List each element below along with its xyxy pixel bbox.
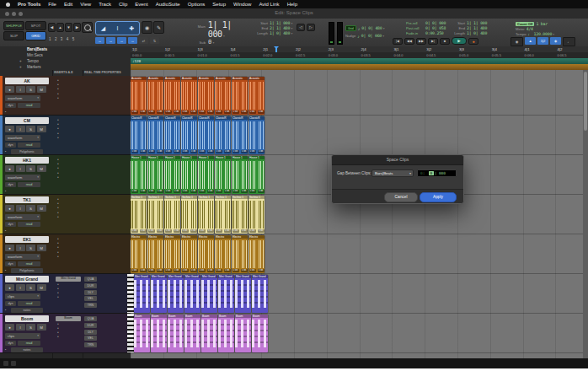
- track-options-icon[interactable]: ▪: [5, 229, 6, 233]
- clip-gain-badge[interactable]: 0 dB: [216, 150, 222, 153]
- audio-clip[interactable]: ClassicR0 dB0 dB: [131, 116, 147, 155]
- audio-clip[interactable]: Mini Grand: [151, 275, 167, 314]
- automation-mode-selector[interactable]: read: [18, 341, 40, 347]
- return-to-zero-button[interactable]: |◀: [393, 38, 403, 45]
- dyn-button[interactable]: dyn: [5, 182, 16, 188]
- audio-clip[interactable]: House 10 dB0 dB: [215, 156, 231, 195]
- audio-clip[interactable]: House 10 dB0 dB: [147, 156, 163, 195]
- count-off-chip[interactable]: Count Off: [516, 22, 534, 26]
- audio-clip[interactable]: Acoustic0 dB0 dB: [164, 77, 180, 116]
- go-to-end-button[interactable]: ▶|: [428, 38, 438, 45]
- input-monitor-button[interactable]: I: [16, 324, 25, 331]
- track-color-strip[interactable]: [0, 116, 3, 154]
- audio-clip[interactable]: Mini Grand: [201, 275, 217, 314]
- clip-gain-badge[interactable]: 0 dB: [241, 269, 248, 272]
- clip-gain-badge[interactable]: 0 dB: [224, 229, 231, 233]
- audio-clip[interactable]: Mini Grand: [168, 275, 184, 314]
- clip-gain-badge[interactable]: 0 dB: [207, 150, 214, 153]
- clip-gain-badge[interactable]: 0 dB: [140, 269, 147, 272]
- insert-slot[interactable]: •: [56, 175, 81, 180]
- audio-clip[interactable]: ClassicR0 dB0 dB: [249, 116, 265, 155]
- apple-menu-icon[interactable]: [6, 3, 10, 7]
- clip-gain-badge[interactable]: 0 dB: [140, 229, 147, 233]
- clip-gain-badge[interactable]: 0 dB: [233, 110, 239, 114]
- clip-gain-badge[interactable]: 0 dB: [174, 110, 180, 114]
- clip-gain-badge[interactable]: 0 dB: [249, 110, 256, 114]
- clip-gain-badge[interactable]: 0 dB: [190, 110, 197, 114]
- clip-gain-badge[interactable]: 0 dB: [207, 110, 214, 114]
- menu-item-setup[interactable]: Setup: [212, 2, 226, 7]
- audio-clip[interactable]: ClassicR0 dB0 dB: [147, 116, 163, 155]
- solo-button[interactable]: S: [26, 86, 35, 93]
- audio-clip[interactable]: Techno 10 dB0 dB: [232, 196, 248, 234]
- menu-item-pro-tools[interactable]: Pro Tools: [18, 2, 40, 7]
- input-monitor-button[interactable]: I: [16, 284, 25, 291]
- fast-forward-button[interactable]: ▶▶: [416, 38, 426, 45]
- clip-gain-badge[interactable]: 0 dB: [241, 229, 248, 233]
- audio-clip[interactable]: Techno 10 dB0 dB: [164, 196, 180, 234]
- zoom-in-vertical-icon[interactable]: ▲: [56, 23, 64, 32]
- audio-clip[interactable]: Electro0 dB0 dB: [215, 235, 231, 274]
- menu-item-track[interactable]: Track: [99, 2, 111, 7]
- clip-gain-badge[interactable]: 0 dB: [182, 229, 189, 233]
- rtp-vel-button[interactable]: VEL: [84, 296, 97, 301]
- start-value[interactable]: 1| 1| 000: [270, 21, 292, 25]
- clip-gain-badge[interactable]: 0 dB: [174, 190, 180, 193]
- scrubber-tool[interactable]: ◉: [142, 21, 152, 34]
- solo-button[interactable]: S: [26, 126, 35, 132]
- clip-gain-badge[interactable]: 0 dB: [258, 229, 265, 233]
- playhead-marker[interactable]: [275, 46, 277, 52]
- clip-gain-badge[interactable]: 0 dB: [165, 150, 172, 153]
- mute-button[interactable]: M: [37, 86, 46, 93]
- clip-gain-badge[interactable]: 0 dB: [258, 150, 265, 153]
- automation-mode-selector[interactable]: read: [18, 301, 40, 307]
- rtp-vel-button[interactable]: VEL: [84, 336, 97, 341]
- markers-ruler[interactable]: [131, 64, 588, 70]
- rtp-dly-button[interactable]: DLY: [84, 290, 97, 295]
- input-monitor-button[interactable]: I: [16, 86, 25, 93]
- clip-gain-badge[interactable]: 0 dB: [148, 190, 155, 193]
- zoom-in-horizontal-icon[interactable]: ▶: [73, 23, 81, 32]
- edit-mode-grid[interactable]: GRID: [25, 31, 46, 40]
- audio-clip[interactable]: Mini Grand: [184, 275, 200, 314]
- gap-units-dropdown[interactable]: Bars|Beats: [372, 169, 414, 177]
- audio-clip[interactable]: Acoustic0 dB0 dB: [198, 77, 214, 116]
- track-view-selector[interactable]: waveform: [5, 135, 40, 141]
- zoom-preset-number-3[interactable]: 3: [61, 37, 63, 41]
- track-options-icon[interactable]: ▪: [5, 268, 6, 272]
- clip-gain-badge[interactable]: 0 dB: [190, 190, 197, 193]
- audio-clip[interactable]: Mini Grand: [218, 275, 234, 314]
- audio-clip[interactable]: Electro0 dB0 dB: [249, 235, 265, 274]
- track-options-icon[interactable]: ▪: [5, 308, 6, 312]
- clip-gain-badge[interactable]: 0 dB: [182, 269, 189, 272]
- audio-clip[interactable]: Mini Grand: [252, 275, 268, 314]
- clip-gain-badge[interactable]: 0 dB: [182, 190, 189, 193]
- track-view-selector[interactable]: waveform: [5, 254, 40, 260]
- track-color-strip[interactable]: [0, 195, 3, 234]
- play-button[interactable]: ▶: [452, 37, 467, 45]
- audio-clip[interactable]: House 10 dB0 dB: [164, 156, 180, 195]
- clip-gain-badge[interactable]: 0 dB: [190, 269, 197, 272]
- rtp-dur-button[interactable]: DUR: [84, 323, 97, 328]
- postroll-value[interactable]: 0| 0| 058: [425, 26, 446, 30]
- clip-gain-badge[interactable]: 0 dB: [148, 229, 155, 233]
- zoom-preset-number-1[interactable]: 1: [49, 37, 51, 41]
- track-color-strip[interactable]: [0, 76, 3, 115]
- automation-mode-selector[interactable]: read: [18, 261, 40, 267]
- elastic-audio-plugin-selector[interactable]: Polyphonic: [11, 149, 43, 154]
- edit-canvas[interactable]: Acoustic0 dB0 dBAcoustic0 dB0 dBAcoustic…: [131, 70, 588, 358]
- menu-item-avid-link[interactable]: Avid Link: [259, 2, 279, 7]
- track-name[interactable]: TK1: [5, 196, 49, 203]
- tempo-event[interactable]: ♩120: [132, 59, 141, 63]
- track-options-icon[interactable]: ▪: [5, 110, 6, 114]
- add-marker-icon[interactable]: +: [19, 64, 22, 70]
- clip-gain-badge[interactable]: 0 dB: [190, 229, 197, 233]
- clip-gain-badge[interactable]: 0 dB: [182, 150, 189, 153]
- edit-mode-spot[interactable]: SPOT: [25, 21, 46, 30]
- clip-gain-badge[interactable]: 0 dB: [165, 269, 172, 272]
- audio-clip[interactable]: ClassicR0 dB0 dB: [181, 116, 197, 155]
- audio-clip[interactable]: Techno 10 dB0 dB: [181, 196, 197, 234]
- clip-gain-badge[interactable]: 0 dB: [199, 229, 206, 233]
- menu-item-event[interactable]: Event: [135, 2, 147, 7]
- audio-clip[interactable]: Techno 10 dB0 dB: [215, 196, 231, 234]
